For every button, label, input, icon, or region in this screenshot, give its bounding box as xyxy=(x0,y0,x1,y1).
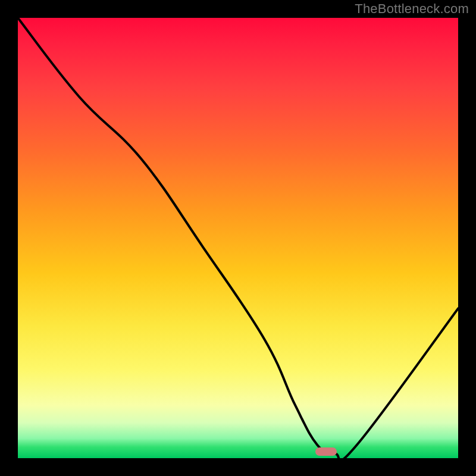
bottleneck-curve-path xyxy=(18,18,458,458)
curve-svg xyxy=(18,18,458,458)
watermark-text: TheBottleneck.com xyxy=(355,1,469,17)
chart-frame: TheBottleneck.com xyxy=(0,0,476,476)
plot-area xyxy=(18,18,458,458)
optimal-marker xyxy=(315,447,337,456)
